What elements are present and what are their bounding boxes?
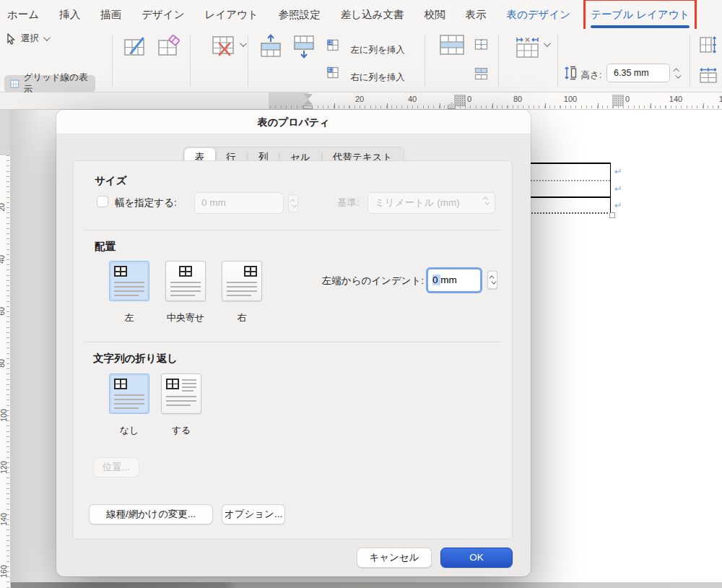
tab-table-layout[interactable]: テーブル レイアウト [591, 8, 690, 22]
alignment-heading: 配置 [95, 240, 116, 254]
dropdown-chevrons-icon [484, 196, 488, 205]
wrap-around-tile[interactable] [161, 373, 201, 414]
insert-col-left-icon[interactable] [326, 39, 339, 51]
insert-col-right-label[interactable]: 右に列を挿入 [350, 72, 405, 84]
ruler-number: 40 [0, 255, 6, 264]
tab-table-layout-label: テーブル レイアウト [591, 9, 690, 20]
ruler-number: 0 [625, 95, 630, 103]
options-button[interactable]: オプション... [222, 504, 285, 524]
select-label: 選択 [21, 33, 39, 45]
indent-selected-text: 0 [432, 274, 440, 285]
select-button[interactable]: 選択 [6, 33, 48, 45]
delete-dropdown-chevron-icon[interactable] [240, 40, 247, 47]
tab-mailings[interactable]: 差し込み文書 [341, 8, 404, 22]
dialog-title: 表のプロパティ [56, 110, 531, 134]
left-indent-marker[interactable] [303, 105, 313, 109]
wrap-none-label: なし [120, 424, 139, 437]
ribbon-divider [112, 35, 113, 87]
ruler-number: 140 [0, 513, 8, 526]
cursor-arrow-icon [6, 33, 17, 45]
table-column-marker[interactable] [612, 95, 624, 106]
align-center-label: 中央寄せ [167, 311, 204, 324]
preferred-width-stepper[interactable] [288, 194, 298, 212]
insert-row-above-icon[interactable] [258, 33, 283, 59]
first-line-indent-marker[interactable] [304, 94, 313, 99]
size-heading: サイズ [95, 174, 127, 188]
row-height-label: 高さ: [581, 69, 602, 82]
ribbon-tab-bar: ホーム 挿入 描画 デザイン レイアウト 参照設定 差し込み文書 校閲 表示 表… [0, 0, 722, 29]
preferred-width-label: 幅を指定する: [115, 196, 177, 209]
preferred-width-checkbox[interactable] [97, 196, 108, 207]
row-height-input[interactable]: 6.35 mm [606, 64, 670, 82]
align-right-label: 右 [238, 311, 247, 324]
ruler-number: 20 [355, 95, 364, 103]
tab-view[interactable]: 表示 [465, 8, 486, 22]
tab-insert[interactable]: 挿入 [59, 8, 80, 22]
measure-in-dropdown[interactable]: ミリメートル (mm) [367, 192, 495, 214]
tab-table-design[interactable]: 表のデザイン [506, 8, 570, 22]
table-column-marker[interactable] [454, 95, 466, 106]
tab-selected-underline [591, 25, 690, 28]
tab-design[interactable]: デザイン [142, 8, 184, 22]
cancel-button[interactable]: キャンセル [357, 548, 432, 568]
tab-home[interactable]: ホーム [7, 8, 39, 22]
show-gridlines-button[interactable]: グリッド線の表示 [4, 75, 95, 92]
ribbon-divider [557, 35, 558, 87]
wrap-around-label: する [172, 424, 191, 437]
eraser-icon[interactable] [157, 34, 182, 59]
table-properties-dialog: 表のプロパティ 表 行 列 セル 代替テキスト サイズ 幅を指定する: 0 mm… [56, 110, 531, 576]
ruler-number: 160 [719, 95, 722, 103]
ribbon-divider [190, 35, 191, 87]
row-height-icon[interactable] [563, 65, 578, 81]
insert-col-right-icon[interactable] [326, 66, 339, 79]
table-resize-handle[interactable] [609, 212, 615, 218]
positioning-button[interactable]: 位置... [93, 457, 139, 477]
insert-col-left-label[interactable]: 左に列を挿入 [350, 44, 405, 56]
preferred-width-input[interactable]: 0 mm [194, 192, 284, 214]
vertical-ruler[interactable]: 20 40 60 80 100 120 140 160 [0, 110, 11, 588]
paragraph-mark: ↵ [614, 166, 622, 177]
align-left-label: 左 [125, 311, 134, 324]
ruler-number: 100 [564, 95, 577, 103]
row-height-stepper[interactable] [672, 64, 682, 82]
align-left-tile[interactable] [109, 261, 149, 301]
section-separator [84, 230, 501, 230]
ruler-number: 80 [513, 95, 522, 103]
tab-layout[interactable]: レイアウト [205, 8, 258, 22]
ruler-number: 100 [0, 409, 8, 422]
ribbon: 選択 グリッド線の表示 プロパティ 罫線を引く 消しゴム 削除 上に行を挿入 下… [0, 29, 722, 92]
ruler-number: 20 [0, 203, 6, 212]
autofit-dropdown-chevron-icon[interactable] [544, 40, 551, 47]
paragraph-mark: ↵ [614, 200, 622, 211]
indent-stepper[interactable] [487, 271, 497, 289]
draw-table-icon[interactable] [123, 34, 147, 59]
borders-shading-button[interactable]: 線種/網かけの変更... [89, 504, 213, 524]
indent-from-left-input[interactable]: 0 mm [428, 269, 480, 291]
wrap-none-tile[interactable] [109, 373, 149, 414]
indent-from-left-label: 左端からのインデント: [290, 274, 424, 287]
split-table-icon[interactable] [474, 67, 488, 80]
hanging-indent-marker[interactable] [304, 100, 313, 105]
ok-button[interactable]: OK [440, 548, 513, 568]
ruler-number: 80 [0, 359, 6, 368]
ruler-number: 40 [408, 95, 417, 103]
align-center-tile[interactable] [165, 261, 206, 301]
align-right-tile[interactable] [222, 261, 262, 301]
tab-references[interactable]: 参照設定 [279, 8, 321, 22]
dialog-content-panel: サイズ 幅を指定する: 0 mm 基準: ミリメートル (mm) 配置 [72, 160, 513, 540]
autofit-icon[interactable] [514, 35, 542, 59]
ruler-ticks [334, 103, 722, 108]
distribute-columns-icon[interactable] [699, 66, 718, 84]
horizontal-ruler[interactable]: 20 40 80 100 140 160 0 0 [0, 92, 722, 110]
ruler-number: 120 [0, 461, 8, 474]
gridlines-icon [10, 79, 19, 89]
paragraph-mark: ↵ [614, 183, 622, 194]
tab-draw[interactable]: 描画 [100, 8, 121, 22]
delete-table-icon[interactable] [211, 34, 235, 59]
distribute-rows-icon[interactable] [699, 36, 718, 53]
split-cells-icon[interactable] [474, 38, 488, 51]
merge-cells-icon[interactable] [439, 33, 465, 56]
ribbon-divider [425, 35, 425, 87]
insert-row-below-icon[interactable] [292, 33, 316, 59]
tab-review[interactable]: 校閲 [424, 8, 445, 22]
